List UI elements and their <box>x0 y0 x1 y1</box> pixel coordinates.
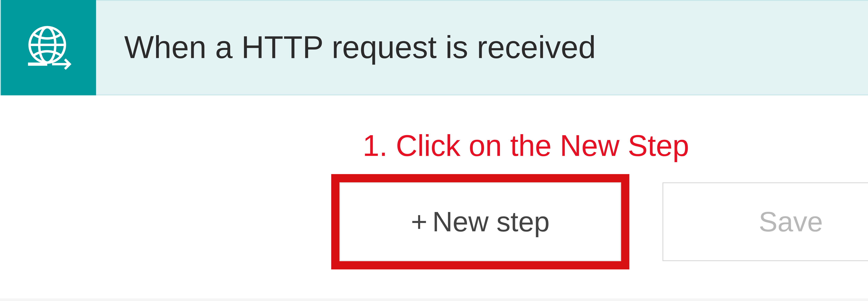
save-button[interactable]: Save <box>662 182 868 261</box>
plus-icon: + <box>411 206 427 238</box>
action-buttons-row: + New step Save <box>331 174 868 270</box>
save-label: Save <box>759 206 823 238</box>
instruction-annotation: 1. Click on the New Step <box>363 129 689 163</box>
new-step-label: New step <box>432 206 550 238</box>
new-step-highlight: + New step <box>331 174 629 270</box>
svg-rect-4 <box>28 62 47 65</box>
http-request-icon <box>1 0 96 95</box>
trigger-title: When a HTTP request is received <box>124 30 596 65</box>
trigger-card[interactable]: When a HTTP request is received <box>0 0 868 95</box>
new-step-button[interactable]: + New step <box>340 182 621 261</box>
